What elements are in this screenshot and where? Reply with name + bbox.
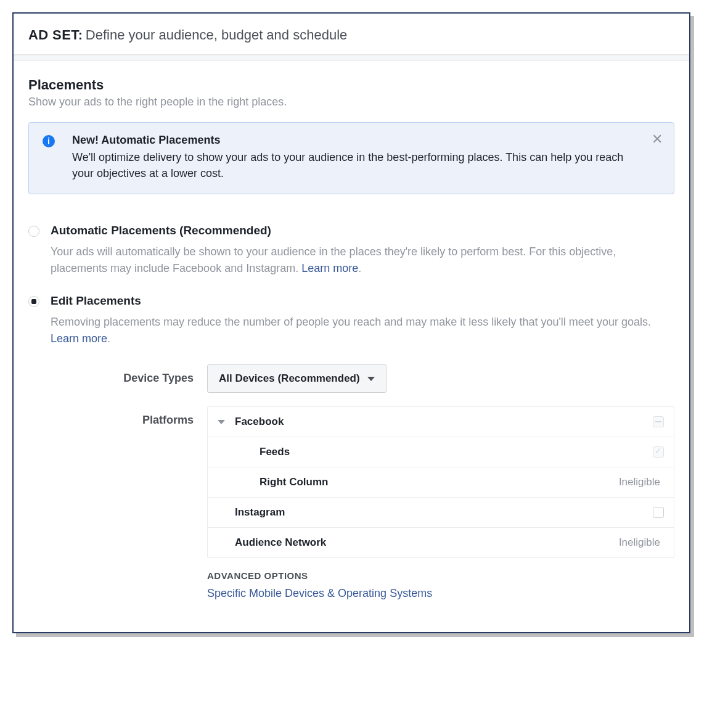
checkbox-icon — [653, 416, 664, 427]
device-types-value: All Devices (Recommended) — [219, 372, 360, 385]
platform-name: Instagram — [235, 506, 653, 519]
platform-facebook[interactable]: Facebook — [208, 407, 674, 437]
option-edit[interactable]: Edit Placements — [28, 294, 674, 308]
platform-facebook-right-column: Right Column Ineligible — [208, 467, 674, 498]
info-banner: i ✕ New! Automatic Placements We'll opti… — [28, 122, 674, 194]
checkbox-icon — [653, 446, 664, 458]
device-types-row: Device Types All Devices (Recommended) — [28, 364, 674, 393]
panel-body: Placements Show your ads to the right pe… — [14, 61, 689, 632]
platform-name: Facebook — [235, 416, 653, 428]
option-edit-desc: Removing placements may reduce the numbe… — [51, 314, 674, 347]
info-icon: i — [43, 135, 55, 147]
platform-name: Right Column — [235, 476, 619, 488]
option-automatic-desc: Your ads will automatically be shown to … — [51, 244, 674, 277]
info-title: New! Automatic Placements — [72, 134, 643, 147]
advanced-options-heading: ADVANCED OPTIONS — [207, 570, 674, 581]
section-title: Placements — [28, 77, 674, 93]
option-automatic[interactable]: Automatic Placements (Recommended) — [28, 224, 674, 237]
info-text: We'll optimize delivery to show your ads… — [72, 149, 643, 181]
learn-more-link[interactable]: Learn more — [301, 262, 358, 274]
device-types-dropdown[interactable]: All Devices (Recommended) — [207, 364, 386, 393]
learn-more-link[interactable]: Learn more — [51, 332, 107, 345]
option-automatic-label: Automatic Placements (Recommended) — [51, 224, 271, 237]
status-badge: Ineligible — [619, 476, 660, 488]
radio-icon[interactable] — [28, 296, 39, 307]
option-edit-desc-text: Removing placements may reduce the numbe… — [51, 316, 651, 328]
header-subtitle: Define your audience, budget and schedul… — [86, 27, 347, 43]
status-badge: Ineligible — [619, 536, 660, 549]
chevron-down-icon[interactable] — [218, 420, 225, 424]
adset-panel: AD SET: Define your audience, budget and… — [12, 12, 690, 633]
option-edit-label: Edit Placements — [51, 294, 141, 308]
platforms-label: Platforms — [28, 406, 207, 427]
chevron-down-icon — [367, 377, 375, 381]
section-subtitle: Show your ads to the right people in the… — [28, 96, 674, 109]
platform-name: Audience Network — [235, 536, 619, 549]
platform-name: Feeds — [235, 446, 653, 458]
header-divider — [14, 55, 689, 61]
panel-header: AD SET: Define your audience, budget and… — [14, 14, 689, 55]
platform-audience-network: Audience Network Ineligible — [208, 528, 674, 557]
platforms-table: Facebook Feeds Right Column Ineligible — [207, 406, 674, 558]
platform-facebook-feeds[interactable]: Feeds — [208, 437, 674, 467]
platforms-row: Platforms Facebook Feeds — [28, 406, 674, 600]
close-icon[interactable]: ✕ — [652, 133, 663, 146]
platform-instagram[interactable]: Instagram — [208, 498, 674, 528]
device-types-label: Device Types — [28, 364, 207, 385]
radio-icon[interactable] — [28, 226, 39, 237]
checkbox-icon[interactable] — [653, 507, 664, 518]
advanced-options-link[interactable]: Specific Mobile Devices & Operating Syst… — [207, 587, 674, 600]
header-prefix: AD SET: — [28, 27, 83, 43]
